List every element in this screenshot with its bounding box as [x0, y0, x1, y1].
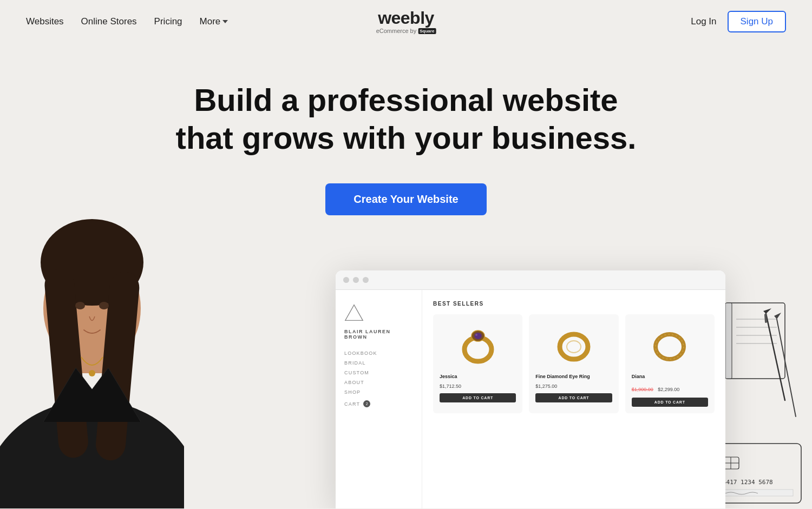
- product-name-diamond: Fine Diamond Eye Ring: [535, 374, 612, 379]
- product-name-diana: Diana: [632, 374, 708, 379]
- browser-dot-1: [343, 277, 349, 283]
- svg-point-6: [75, 302, 85, 309]
- add-to-cart-diamond[interactable]: ADD TO CART: [535, 393, 612, 402]
- logo-subtext: eCommerce by Square: [376, 28, 436, 34]
- svg-rect-34: [723, 490, 793, 496]
- store-nav-bridal[interactable]: BRIDAL: [344, 360, 413, 366]
- signup-button[interactable]: Sign Up: [728, 11, 786, 32]
- store-cart-row[interactable]: CART 2: [344, 400, 413, 407]
- square-brand-icon: Square: [418, 28, 436, 34]
- store-nav-links: LOOKBOOK BRIDAL CUSTOM ABOUT SHOP CART 2: [344, 351, 413, 407]
- store-main: BEST SELLERS Je: [422, 290, 725, 508]
- svg-point-7: [99, 302, 109, 309]
- hero-section: Build a professional website that grows …: [0, 43, 812, 508]
- svg-line-24: [766, 314, 785, 400]
- nav-item-online-stores[interactable]: Online Stores: [81, 16, 137, 27]
- svg-point-8: [89, 370, 95, 376]
- logo-wordmark: weebly: [378, 9, 434, 27]
- product-image-diamond: [535, 321, 612, 369]
- add-to-cart-jessica[interactable]: ADD TO CART: [440, 393, 516, 402]
- cart-count-badge: 2: [363, 400, 370, 407]
- nav-right: Log In Sign Up: [691, 11, 786, 32]
- product-price-jessica: $1,712.50: [440, 384, 516, 389]
- svg-text:4417 1234 5678: 4417 1234 5678: [723, 479, 773, 486]
- svg-marker-28: [774, 313, 781, 319]
- product-price-diana: $1,900.00 $2,299.00: [632, 384, 708, 393]
- svg-point-15: [567, 341, 581, 353]
- svg-line-26: [765, 315, 766, 322]
- hero-person-image: [0, 162, 184, 508]
- store-nav-about[interactable]: ABOUT: [344, 380, 413, 385]
- svg-rect-18: [725, 303, 785, 379]
- store-nav-cart-label: CART: [344, 401, 360, 407]
- login-button[interactable]: Log In: [691, 16, 716, 27]
- store-nav-shop[interactable]: SHOP: [344, 389, 413, 395]
- product-card-diamond: Fine Diamond Eye Ring $1,275.00 ADD TO C…: [529, 314, 618, 413]
- browser-dot-3: [363, 277, 369, 283]
- best-sellers-label: BEST SELLERS: [433, 301, 715, 307]
- create-website-button[interactable]: Create Your Website: [325, 183, 486, 215]
- svg-point-12: [474, 333, 482, 339]
- store-nav-custom[interactable]: CUSTOM: [344, 370, 413, 375]
- browser-bar: [336, 270, 725, 290]
- product-card-jessica: Jessica $1,712.50 ADD TO CART: [433, 314, 522, 413]
- browser-content: BLAIR LAUREN BROWN LOOKBOOK BRIDAL CUSTO…: [336, 290, 725, 508]
- site-logo[interactable]: weebly eCommerce by Square: [376, 9, 436, 34]
- svg-marker-9: [345, 305, 363, 321]
- svg-marker-25: [763, 308, 771, 314]
- product-price-diana-new: $2,299.00: [658, 387, 679, 392]
- svg-rect-19: [725, 303, 732, 379]
- browser-mockup: BLAIR LAUREN BROWN LOOKBOOK BRIDAL CUSTO…: [336, 270, 725, 508]
- product-name-jessica: Jessica: [440, 374, 516, 379]
- nav-item-more[interactable]: More: [200, 16, 228, 27]
- browser-dot-2: [353, 277, 359, 283]
- add-to-cart-diana[interactable]: ADD TO CART: [632, 398, 708, 407]
- nav-item-websites[interactable]: Websites: [26, 16, 64, 27]
- store-brand-name: BLAIR LAUREN BROWN: [344, 329, 413, 340]
- chevron-down-icon: [222, 20, 228, 23]
- product-price-diana-old: $1,900.00: [632, 387, 653, 392]
- navbar: Websites Online Stores Pricing More weeb…: [0, 0, 812, 43]
- svg-line-27: [777, 319, 796, 417]
- products-grid: Jessica $1,712.50 ADD TO CART Fine Diamo: [433, 314, 715, 413]
- product-price-diamond: $1,275.00: [535, 384, 612, 389]
- svg-point-13: [475, 334, 477, 336]
- svg-point-14: [560, 334, 588, 359]
- store-nav-lookbook[interactable]: LOOKBOOK: [344, 351, 413, 356]
- nav-left: Websites Online Stores Pricing More: [26, 16, 228, 27]
- nav-item-pricing[interactable]: Pricing: [154, 16, 182, 27]
- product-image-diana: [632, 321, 708, 369]
- product-card-diana: Diana $1,900.00 $2,299.00 ADD TO CART: [625, 314, 715, 413]
- product-image-jessica: [440, 321, 516, 369]
- hero-headline: Build a professional website that grows …: [162, 81, 650, 156]
- store-sidebar: BLAIR LAUREN BROWN LOOKBOOK BRIDAL CUSTO…: [336, 290, 422, 508]
- brand-triangle-icon: [344, 303, 364, 322]
